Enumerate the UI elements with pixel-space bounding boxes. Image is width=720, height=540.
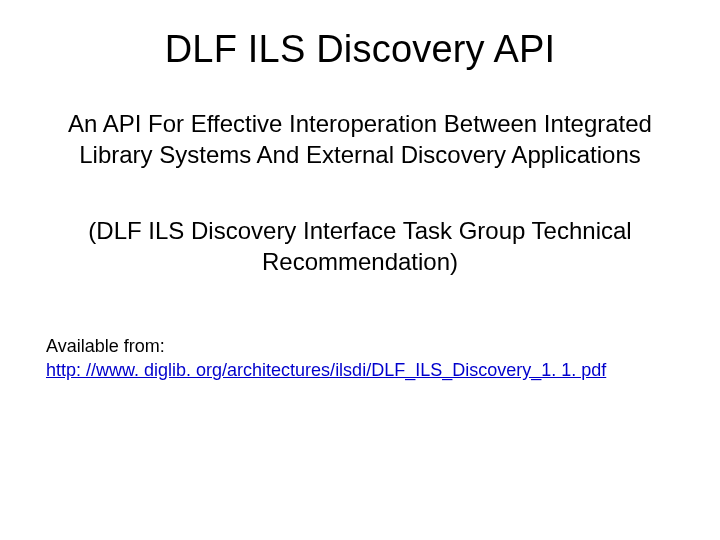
available-block: Available from: http: //www. diglib. org… — [40, 334, 680, 383]
slide: DLF ILS Discovery API An API For Effecti… — [0, 0, 720, 540]
source-link[interactable]: http: //www. diglib. org/architectures/i… — [46, 360, 606, 380]
slide-subtitle: An API For Effective Interoperation Betw… — [40, 109, 680, 170]
slide-title: DLF ILS Discovery API — [40, 28, 680, 71]
available-label: Available from: — [46, 336, 165, 356]
slide-parenthetical: (DLF ILS Discovery Interface Task Group … — [40, 216, 680, 277]
